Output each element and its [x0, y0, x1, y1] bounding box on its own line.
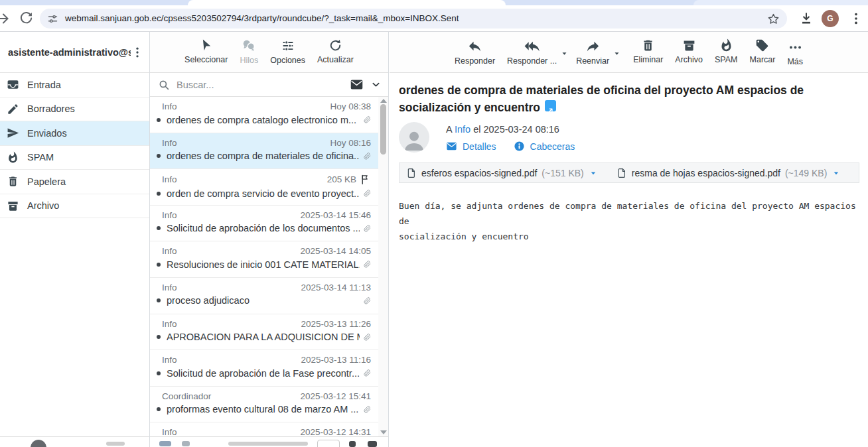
message-row[interactable]: Info 2025-03-12 14:31 — [150, 422, 388, 436]
search-input[interactable] — [177, 80, 350, 90]
threads-chat-icon — [242, 38, 256, 53]
select-button[interactable]: Seleccionar — [184, 38, 228, 64]
message-size: 205 KB — [327, 174, 356, 184]
mail-subject: ordenes de compra de materiales de ofici… — [399, 82, 859, 116]
unread-dot — [157, 118, 161, 122]
mail-toolbar: Responder Responder ... Reenviar Elimina… — [390, 32, 868, 73]
spam-button[interactable]: SPAM — [715, 38, 738, 64]
details-link[interactable]: Detalles — [463, 141, 496, 152]
reply-all-button[interactable]: Responder ... — [507, 38, 557, 66]
list-scrollbar[interactable] — [378, 97, 388, 436]
options-button[interactable]: Opciones — [270, 38, 305, 65]
search-icon — [158, 79, 170, 91]
forward-caret-down-icon[interactable] — [613, 49, 621, 58]
tab-fragment[interactable] — [693, 0, 868, 5]
external-link-icon[interactable] — [545, 100, 556, 111]
search-bar — [150, 73, 388, 97]
archive-box-icon — [682, 38, 696, 52]
message-row[interactable]: Coordinador 2025-03-12 15:41 proformas e… — [150, 387, 388, 423]
unread-dot — [157, 192, 161, 196]
spam-fire-icon — [719, 38, 733, 52]
paperclip-icon — [360, 188, 371, 199]
forward-nav-icon[interactable] — [0, 11, 11, 27]
mail-view: Responder Responder ... Reenviar Elimina… — [390, 32, 868, 447]
sidebar-item-spam[interactable]: SPAM — [0, 146, 149, 170]
unread-dot — [157, 298, 161, 302]
more-button[interactable]: Más — [787, 38, 803, 66]
threads-label: Hilos — [240, 56, 258, 65]
message-row[interactable]: Info 2025-03-13 11:16 Solicitud de aprob… — [150, 350, 388, 387]
message-row[interactable]: Info 2025-03-14 14:05 Resoluciones de in… — [150, 241, 388, 278]
search-scope-envelope-icon[interactable] — [350, 78, 364, 92]
mark-button[interactable]: Marcar — [750, 38, 776, 64]
bookmark-star-icon[interactable] — [767, 13, 780, 25]
attachment-caret-down-icon[interactable] — [589, 168, 598, 178]
message-row[interactable]: Info 205 KB orden de compra servicio de … — [150, 169, 388, 206]
scroll-down-arrow[interactable] — [380, 430, 387, 434]
download-icon[interactable] — [799, 11, 814, 26]
info-circle-icon[interactable] — [514, 141, 525, 152]
details-envelope-icon[interactable] — [446, 141, 457, 152]
forward-button[interactable]: Reenviar — [576, 38, 609, 66]
sidebar-item-entrada[interactable]: Entrada — [0, 73, 149, 97]
attachment-size: (~149 KB) — [785, 168, 827, 178]
url-bar[interactable]: webmail.sanjuan.gob.ec/cpsess5203502794/… — [40, 9, 787, 29]
delete-button[interactable]: Eliminar — [633, 38, 663, 64]
paperclip-icon — [360, 332, 371, 343]
mail-header-row: A Info el 2025-03-24 08:16 Detalles Cabe… — [399, 122, 859, 153]
message-date: 2025-03-14 15:46 — [300, 210, 371, 220]
pdf-file-icon — [406, 168, 417, 178]
headers-link[interactable]: Cabeceras — [530, 141, 575, 152]
browser-menu-dots-icon[interactable] — [849, 11, 863, 26]
recipient-line: A Info el 2025-03-24 08:16 — [446, 124, 575, 135]
attachment-item[interactable]: esferos espacios-signed.pdf (~151 KB) — [406, 168, 598, 178]
sidebar-item-archivo[interactable]: Archivo — [0, 194, 149, 219]
mark-label: Marcar — [750, 55, 776, 64]
reload-icon[interactable] — [19, 11, 34, 26]
message-row[interactable]: Info 2025-03-13 11:26 APROBACION PARA LA… — [150, 314, 388, 351]
scroll-up-arrow[interactable] — [380, 99, 387, 103]
message-from: Info — [162, 355, 177, 365]
mail-body: Buen día, se adjunta ordenes de compra d… — [399, 198, 859, 244]
archive-box-icon — [7, 200, 19, 212]
select-label: Seleccionar — [184, 55, 228, 64]
message-subject: ordenes de compra catalogo electronico m… — [167, 115, 356, 125]
attachment-caret-down-icon[interactable] — [832, 168, 841, 178]
active-tab-fragment[interactable] — [188, 0, 506, 5]
message-subject: proformas evento cultural 08 de marzo AM… — [167, 404, 358, 415]
attachment-item[interactable]: resma de hojas espacios-signed.pdf (~149… — [616, 168, 841, 178]
scrollbar-thumb[interactable] — [380, 104, 386, 155]
message-date: 2025-03-14 11:13 — [301, 283, 371, 292]
spam-label: SPAM — [715, 55, 738, 64]
folder-label: SPAM — [27, 152, 54, 162]
paperclip-icon — [360, 223, 371, 234]
archive-button[interactable]: Archivo — [675, 38, 703, 64]
search-options-chevron-down-icon[interactable] — [370, 79, 382, 90]
user-avatar-cutoff[interactable] — [31, 440, 46, 447]
flag-icon[interactable] — [360, 174, 371, 185]
account-menu-dots-icon[interactable] — [131, 46, 144, 59]
message-from: Info — [162, 246, 177, 256]
account-header[interactable]: asistente-administrativo@sa... — [0, 32, 149, 73]
message-from: Info — [162, 283, 177, 292]
browser-profile-avatar[interactable]: G — [822, 10, 839, 27]
paperclip-icon — [360, 367, 371, 379]
attachments-bar: esferos espacios-signed.pdf (~151 KB) re… — [399, 162, 859, 183]
message-row[interactable]: Info Hoy 08:38 ordenes de compra catalog… — [150, 97, 388, 133]
sidebar-item-papelera[interactable]: Papelera — [0, 170, 149, 194]
tune-icon[interactable] — [47, 13, 58, 25]
reply-button[interactable]: Responder — [455, 38, 495, 66]
pdf-file-icon — [616, 168, 627, 178]
message-row[interactable]: Info 2025-03-14 15:46 Solicitud de aprob… — [150, 206, 388, 242]
threads-button[interactable]: Hilos — [240, 38, 258, 65]
footer-button-fragment[interactable] — [317, 440, 340, 447]
recipient-link[interactable]: Info — [455, 124, 470, 135]
unread-dot — [157, 407, 161, 411]
refresh-button[interactable]: Actualizar — [317, 38, 354, 64]
sidebar-item-borradores[interactable]: Borradores — [0, 97, 149, 122]
sidebar-item-enviados[interactable]: Enviados — [0, 121, 149, 146]
message-date: 2025-03-13 11:26 — [301, 319, 371, 329]
message-row-selected[interactable]: Info Hoy 08:16 ordenes de compra de mate… — [150, 133, 388, 170]
reply-all-caret-down-icon[interactable] — [560, 49, 569, 58]
message-row[interactable]: Info 2025-03-14 11:13 proceso adjudicaco — [150, 278, 388, 314]
